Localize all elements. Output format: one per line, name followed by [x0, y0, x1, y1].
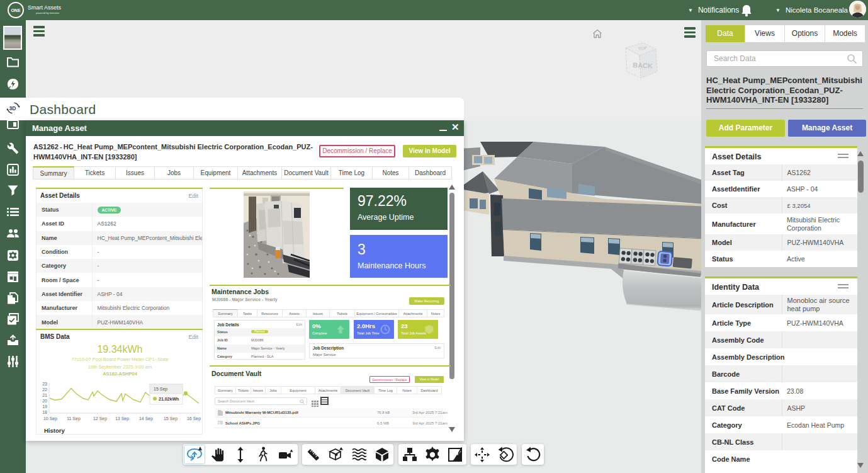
svg-text:22: 22 [42, 387, 47, 392]
svg-text:BACK: BACK [633, 61, 653, 70]
svg-text:20: 20 [42, 399, 47, 403]
svg-text:18: 18 [42, 410, 47, 414]
svg-text:10 Sep: 10 Sep [43, 416, 57, 421]
svg-text:3D: 3D [9, 105, 16, 111]
svg-text:13 Sep: 13 Sep [115, 416, 129, 421]
svg-text:12 Sep: 12 Sep [93, 416, 107, 421]
svg-text:16 Sep: 16 Sep [187, 416, 201, 421]
svg-text:21.02kWh: 21.02kWh [159, 397, 179, 401]
svg-text:11 Sep: 11 Sep [67, 416, 81, 421]
svg-text:15 Sep: 15 Sep [154, 387, 167, 392]
svg-text:21: 21 [42, 393, 47, 397]
svg-text:15 Sep: 15 Sep [164, 416, 178, 421]
svg-text:23: 23 [42, 382, 47, 386]
svg-text:19: 19 [42, 404, 47, 409]
svg-text:14 Sep: 14 Sep [139, 416, 153, 421]
